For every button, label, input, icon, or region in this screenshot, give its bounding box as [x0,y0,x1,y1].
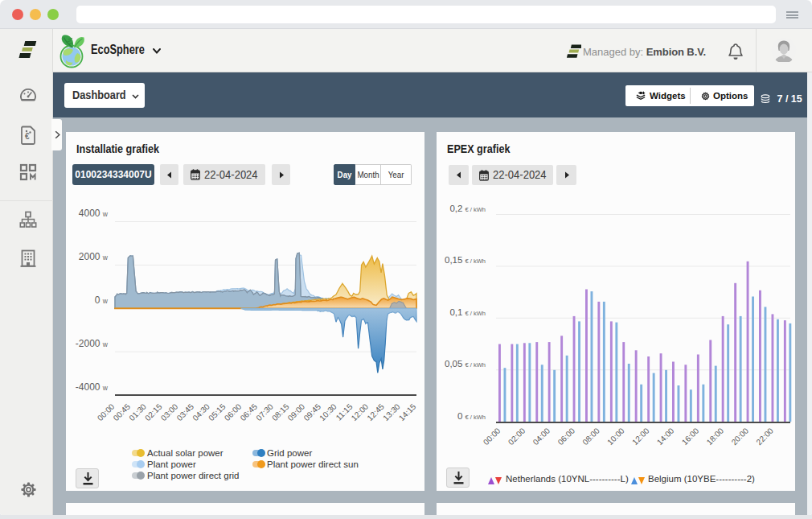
svg-text:02:00: 02:00 [506,426,527,447]
svg-text:14:00: 14:00 [655,426,676,447]
svg-text:09:45: 09:45 [302,402,323,422]
svg-text:05:15: 05:15 [207,402,228,422]
svg-text:00:45: 00:45 [112,402,133,422]
svg-text:12:00: 12:00 [350,402,371,422]
svg-text:04:30: 04:30 [191,402,211,422]
svg-text:08:00: 08:00 [580,426,601,447]
svg-text:10:00: 10:00 [605,426,626,447]
svg-text:03:45: 03:45 [175,402,196,422]
svg-text:07:30: 07:30 [254,402,275,422]
svg-text:16:00: 16:00 [680,426,701,447]
svg-text:04:00: 04:00 [531,426,552,447]
svg-text:18:00: 18:00 [705,426,726,447]
svg-text:12:00: 12:00 [630,426,651,447]
svg-text:14:15: 14:15 [397,402,418,422]
svg-text:12:45: 12:45 [365,402,386,422]
svg-text:00:00: 00:00 [96,402,117,422]
svg-text:03:00: 03:00 [159,402,180,422]
svg-text:06:45: 06:45 [239,402,260,422]
svg-text:09:00: 09:00 [286,402,307,422]
svg-text:08:15: 08:15 [270,402,291,422]
svg-text:22:00: 22:00 [754,426,775,447]
svg-text:06:00: 06:00 [556,426,577,447]
svg-text:13:30: 13:30 [381,402,402,422]
svg-text:06:00: 06:00 [223,402,244,422]
svg-text:€: € [25,132,30,141]
svg-text:00:00: 00:00 [482,426,502,447]
svg-text:20:00: 20:00 [730,426,751,447]
svg-text:10:30: 10:30 [318,402,338,422]
svg-text:02:15: 02:15 [143,402,164,422]
svg-text:01:30: 01:30 [127,402,148,422]
